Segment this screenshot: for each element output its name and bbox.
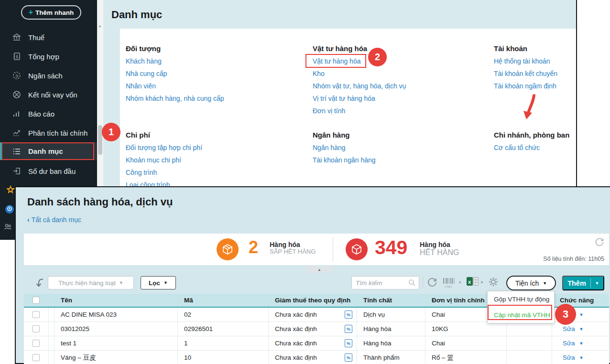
search-box xyxy=(351,276,419,289)
group-icon[interactable] xyxy=(4,223,12,231)
chevron-down-icon: ▼ xyxy=(119,280,123,285)
support-icon[interactable] xyxy=(5,204,14,214)
refresh-icon[interactable] xyxy=(595,237,604,247)
loan-icon xyxy=(12,90,22,99)
quick-add-button[interactable]: + Thêm nhanh xyxy=(21,5,81,20)
group-title-tai-khoan: Tài khoản xyxy=(494,44,527,53)
select-all-checkbox[interactable] xyxy=(33,297,40,304)
group-title-chi-nhanh: Chi nhánh, phòng ban xyxy=(494,131,569,139)
sidebar-item-so-du-ban-dau[interactable]: Số dư ban đầu xyxy=(0,161,97,181)
search-icon[interactable] xyxy=(408,279,416,287)
barcode-icon[interactable]: 2 312 xyxy=(443,277,455,288)
quick-add-label: Thêm nhanh xyxy=(35,9,74,16)
link-kho[interactable]: Kho xyxy=(313,70,325,77)
chevron-down-icon[interactable]: ▼ xyxy=(458,280,462,285)
excel-icon[interactable]: x xyxy=(466,277,479,287)
catalog-scrollbar[interactable]: ▲ xyxy=(97,0,103,187)
barcode-caption: 2 312 xyxy=(445,285,452,288)
edit-button[interactable]: Sửa▼ xyxy=(552,351,609,364)
list-window: Danh sách hàng hóa, dịch vụ ‹Tất cả danh… xyxy=(15,186,610,364)
sidebar-item-ket-noi-vay-von[interactable]: Kết nối vay vốn xyxy=(0,85,97,104)
bank-icon xyxy=(12,32,22,42)
edit-button[interactable]: Sửa▼ xyxy=(552,322,609,336)
sidebar-item-label: Danh mục xyxy=(28,147,63,155)
link-cong-trinh[interactable]: Công trình xyxy=(126,169,157,176)
link-khach-hang[interactable]: Khách hàng xyxy=(126,57,162,65)
list-icon xyxy=(12,147,22,156)
add-button[interactable]: Thêm ▼ xyxy=(562,276,604,290)
sidebar-item-ngan-sach[interactable]: S Ngân sách xyxy=(0,66,97,85)
gear-icon[interactable] xyxy=(488,277,499,287)
cell-name: AC DINE MISA 023 xyxy=(54,308,178,321)
utilities-button[interactable]: Tiện ích▼ xyxy=(506,276,556,290)
link-vi-tri-vat-tu[interactable]: Vị trí vật tư hàng hóa xyxy=(313,95,375,102)
utilities-menu: Gộp VTHH tự động Cập nhật mã VTHH xyxy=(487,291,555,323)
table-row[interactable]: 03012025 02926501 Chưa xác định% Hàng hó… xyxy=(24,322,609,336)
row-checkbox[interactable] xyxy=(33,311,40,318)
percent-doc-icon[interactable]: % xyxy=(345,353,352,362)
link-vat-tu-hang-hoa[interactable]: Vật tư hàng hóa xyxy=(313,57,360,65)
link-khoan-muc-chi-phi[interactable]: Khoản mục chi phí xyxy=(126,156,181,164)
star-person-icon[interactable] xyxy=(7,185,15,193)
sidebar-item-label: Phân tích tài chính xyxy=(28,129,87,137)
svg-text:x: x xyxy=(468,279,471,285)
row-checkbox[interactable] xyxy=(33,354,40,361)
filter-button[interactable]: Lọc▼ xyxy=(141,276,176,289)
sidebar-item-label: Ngân sách xyxy=(28,72,63,80)
column-header-name[interactable]: Tên xyxy=(54,294,178,307)
link-nhan-vien[interactable]: Nhân viên xyxy=(126,82,156,90)
link-tai-khoan-ngan-hang[interactable]: Tài khoản ngân hàng xyxy=(313,156,376,164)
balance-icon xyxy=(12,166,22,176)
divider xyxy=(333,237,333,261)
percent-doc-icon[interactable]: % xyxy=(345,339,352,347)
link-nha-cung-cap[interactable]: Nhà cung cấp xyxy=(126,70,167,77)
percent-doc-icon[interactable]: % xyxy=(345,310,352,319)
link-don-vi-tinh[interactable]: Đơn vị tính xyxy=(313,107,345,115)
stat-value-low-stock: 2 xyxy=(249,237,258,257)
move-down-icon[interactable] xyxy=(34,277,46,289)
link-ngan-hang[interactable]: Ngân hàng xyxy=(313,144,346,151)
link-co-cau-to-chuc[interactable]: Cơ cấu tổ chức xyxy=(494,144,540,151)
sidebar-item-thue[interactable]: Thuế xyxy=(0,28,97,47)
group-title-doi-tuong: Đối tượng xyxy=(126,44,161,53)
collapse-panel-button[interactable]: ▲ xyxy=(307,267,332,273)
cell-nature: Dịch vụ xyxy=(357,308,425,321)
column-header-tax[interactable]: Giảm thuế theo quy định xyxy=(269,294,357,307)
table-row[interactable]: Váng – 豆皮 10 Chưa xác định% Thành phẩm R… xyxy=(24,351,609,364)
annotation-badge-step3: 3 xyxy=(555,304,576,325)
link-tai-khoan-ket-chuyen[interactable]: Tài khoản kết chuyển xyxy=(494,70,557,77)
group-title-ngan-hang: Ngân hàng xyxy=(313,131,350,139)
link-nhom-khach-hang[interactable]: Nhóm khách hàng, nhà cung cấp xyxy=(126,95,224,102)
sidebar-item-phan-tich-tai-chinh[interactable]: Phân tích tài chính xyxy=(0,123,97,142)
back-link[interactable]: ‹Tất cả danh mục xyxy=(27,216,81,224)
chevron-down-icon: ▼ xyxy=(579,312,584,317)
data-as-of-note: Số liệu tính đến: 11h05 xyxy=(543,256,604,262)
table-row[interactable]: test 1 1 Chưa xác định% Hàng hóa Chai Sử… xyxy=(24,336,609,351)
link-nhom-vat-tu[interactable]: Nhóm vật tư, hàng hóa, dịch vụ xyxy=(313,82,406,90)
budget-icon: S xyxy=(12,71,22,80)
sidebar-item-label: Kết nối vay vốn xyxy=(28,91,77,99)
link-doi-tuong-tap-hop-chi-phi[interactable]: Đối tượng tập hợp chi phí xyxy=(126,144,202,151)
edit-button[interactable]: Sửa▼ xyxy=(552,336,609,350)
divider xyxy=(423,277,423,289)
sidebar-item-tong-hop[interactable]: $ Tổng hợp xyxy=(0,47,97,66)
sidebar-item-label: Tổng hợp xyxy=(28,53,59,61)
cell-code: 02 xyxy=(178,308,269,321)
refresh-icon[interactable] xyxy=(427,277,437,288)
sidebar-item-danh-muc[interactable]: Danh mục xyxy=(0,142,97,160)
menu-item-merge-vthh[interactable]: Gộp VTHH tự động xyxy=(488,291,554,307)
column-header-code[interactable]: Mã xyxy=(178,294,269,307)
percent-doc-icon[interactable]: % xyxy=(345,325,352,333)
menu-item-update-vthh-code[interactable]: Cập nhật mã VTHH xyxy=(488,307,554,323)
scroll-up-icon[interactable]: ▲ xyxy=(98,24,102,28)
link-he-thong-tai-khoan[interactable]: Hệ thống tài khoản xyxy=(494,57,550,65)
sidebar-item-bao-cao[interactable]: Báo cáo xyxy=(0,104,97,123)
column-header-nature[interactable]: Tính chất xyxy=(357,294,425,307)
link-tai-khoan-ngam-dinh[interactable]: Tài khoản ngầm định xyxy=(494,82,556,90)
batch-actions-button[interactable]: Thực hiện hàng loạt▼ xyxy=(48,276,134,289)
group-title-vat-tu-hang-hoa: Vật tư hàng hóa xyxy=(313,44,367,53)
row-checkbox[interactable] xyxy=(33,340,40,347)
search-input[interactable] xyxy=(356,277,406,289)
row-checkbox[interactable] xyxy=(33,325,40,332)
chevron-down-icon[interactable]: ▼ xyxy=(480,280,484,285)
